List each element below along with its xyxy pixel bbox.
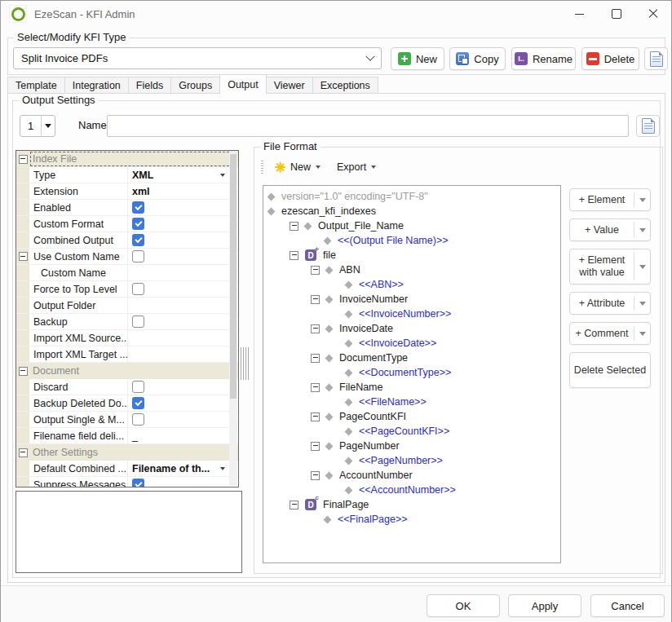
dropdown-arrow-icon[interactable] [634, 198, 650, 202]
property-value[interactable] [128, 477, 238, 487]
collapse-icon[interactable] [311, 442, 320, 451]
checkbox-unchecked[interactable] [132, 381, 144, 393]
property-value[interactable] [128, 395, 238, 411]
property-row-extension[interactable]: Extensionxml [16, 183, 238, 200]
property-value[interactable]: xml [128, 183, 238, 199]
toolbar-new-button[interactable]: New [271, 160, 325, 174]
dropdown-arrow-icon[interactable] [220, 174, 225, 177]
property-row-import-xml-target[interactable]: Import XML Target ... [16, 346, 238, 363]
property-row-use-custom-name[interactable]: Use Custom Name [16, 249, 238, 265]
tree-node-invoicenumber[interactable]: InvoiceNumber [263, 292, 560, 307]
side-button-comment[interactable]: + Comment [569, 322, 651, 345]
property-value[interactable] [128, 216, 238, 232]
checkbox-checked[interactable] [132, 234, 144, 246]
dropdown-arrow-icon[interactable] [634, 228, 650, 232]
property-row-force-to-top-level[interactable]: Force to Top Level [16, 281, 238, 298]
tree-node-ezescan-kfi-indexes[interactable]: ezescan_kfi_indexes [263, 204, 560, 218]
side-button-delete-selected[interactable]: Delete Selected [569, 352, 651, 388]
checkbox-unchecked[interactable] [132, 250, 144, 262]
checkbox-unchecked[interactable] [132, 283, 144, 295]
kfi-type-select[interactable]: Split Invoice PDFs [13, 47, 382, 69]
property-row-combined-output[interactable]: Combined Output [16, 232, 238, 249]
property-row-default-combined[interactable]: Default Combined ...Filename of th... [16, 461, 238, 477]
property-category-index-file[interactable]: Index File [16, 151, 238, 167]
property-value[interactable] [128, 200, 238, 215]
tree-value-pagecountkfi[interactable]: <<PageCountKFI>> [263, 424, 560, 439]
tree-node-filename[interactable]: FileName [263, 380, 560, 395]
tree-value-invoicenumber[interactable]: <<InvoiceNumber>> [263, 307, 560, 321]
property-row-custom-name[interactable]: Custom Name [16, 265, 238, 281]
collapse-icon[interactable] [19, 448, 28, 457]
tree-node-finalpage[interactable]: FinalPage [263, 497, 560, 512]
checkbox-unchecked[interactable] [132, 315, 144, 328]
property-value[interactable] [128, 346, 238, 362]
side-button-element-with-value[interactable]: + Element with value [569, 249, 651, 285]
tab-viewer[interactable]: Viewer [266, 77, 313, 93]
tree-value-output-file-name[interactable]: <<(Output File Name)>> [263, 233, 560, 248]
tree-node-abn[interactable]: ABN [263, 262, 560, 277]
property-value[interactable]: _ [128, 428, 238, 443]
property-category-document[interactable]: Document [16, 363, 238, 379]
collapse-icon[interactable] [311, 383, 320, 392]
property-value[interactable] [128, 265, 238, 280]
checkbox-checked[interactable] [132, 201, 144, 214]
property-value[interactable] [128, 249, 238, 264]
tree-node-pagenumber[interactable]: PageNumber [263, 439, 560, 453]
tree-value-invoicedate[interactable]: <<InvoiceDate>> [263, 336, 560, 351]
property-row-custom-format[interactable]: Custom Format [16, 216, 238, 232]
property-row-type[interactable]: TypeXML [16, 167, 238, 183]
property-row-backup-deleted-do[interactable]: Backup Deleted Do... [16, 395, 238, 412]
tree-value-documenttype[interactable]: <<DocumentType>> [263, 365, 560, 380]
collapse-icon[interactable] [290, 251, 298, 260]
side-button-value[interactable]: + Value [569, 218, 651, 241]
side-button-element[interactable]: + Element [569, 188, 651, 211]
output-index-select[interactable]: 1 [20, 115, 55, 137]
collapse-icon[interactable] [19, 252, 28, 261]
tree-node-invoicedate[interactable]: InvoiceDate [263, 321, 560, 336]
maximize-button[interactable] [598, 1, 634, 27]
collapse-icon[interactable] [311, 295, 320, 304]
close-button[interactable] [634, 1, 671, 27]
checkbox-unchecked[interactable] [132, 413, 144, 426]
copy-kfi-button[interactable]: Copy [449, 47, 506, 70]
tree-value-accountnumber[interactable]: <<AccountNumber>> [263, 483, 560, 497]
collapse-icon[interactable] [311, 471, 320, 480]
tree-node-output-file-name[interactable]: Output_File_Name [263, 218, 560, 233]
property-value[interactable]: Filename of th... [128, 461, 238, 476]
collapse-icon[interactable] [290, 501, 298, 510]
dropdown-arrow-icon[interactable] [634, 265, 650, 269]
property-value[interactable] [128, 412, 238, 427]
collapse-icon[interactable] [19, 155, 28, 164]
tree-node-pagecountkfi[interactable]: PageCountKFI [263, 409, 560, 424]
output-index-dropdown[interactable] [41, 116, 55, 136]
dropdown-arrow-icon[interactable] [220, 467, 225, 470]
tab-fields[interactable]: Fields [128, 77, 171, 93]
tree-value-filename[interactable]: <<FileName>> [263, 395, 560, 409]
tab-template[interactable]: Template [7, 77, 65, 93]
property-value[interactable] [128, 298, 238, 313]
minimize-button[interactable] [561, 1, 598, 27]
delete-kfi-button[interactable]: Delete [581, 47, 639, 70]
collapse-icon[interactable] [311, 412, 320, 421]
new-kfi-button[interactable]: New [391, 47, 444, 70]
dropdown-arrow-icon[interactable] [634, 332, 650, 336]
tree-value-finalpage[interactable]: <<FinalPage>> [263, 512, 560, 527]
name-notes-button[interactable] [636, 115, 660, 137]
name-input[interactable] [107, 115, 629, 137]
tree-value-pagenumber[interactable]: <<PageNumber>> [263, 453, 560, 468]
scrollbar-thumb[interactable] [230, 154, 237, 399]
tree-decl-version-1-0-encoding-utf-8[interactable]: version="1.0" encoding="UTF-8" [263, 189, 560, 204]
tab-groups[interactable]: Groups [170, 77, 220, 93]
property-grid-scrollbar[interactable] [229, 152, 237, 486]
tab-integration[interactable]: Integration [64, 77, 129, 93]
tab-output[interactable]: Output [219, 74, 267, 94]
property-row-enabled[interactable]: Enabled [16, 200, 238, 216]
property-row-backup[interactable]: Backup [16, 314, 238, 330]
apply-button[interactable]: Apply [508, 594, 581, 617]
checkbox-checked[interactable] [132, 479, 144, 487]
ok-button[interactable]: OK [427, 594, 500, 617]
property-category-other-settings[interactable]: Other Settings [16, 444, 238, 461]
property-row-output-single-m[interactable]: Output Single & M... [16, 412, 238, 428]
checkbox-checked[interactable] [132, 397, 144, 409]
tree-value-abn[interactable]: <<ABN>> [263, 277, 560, 292]
